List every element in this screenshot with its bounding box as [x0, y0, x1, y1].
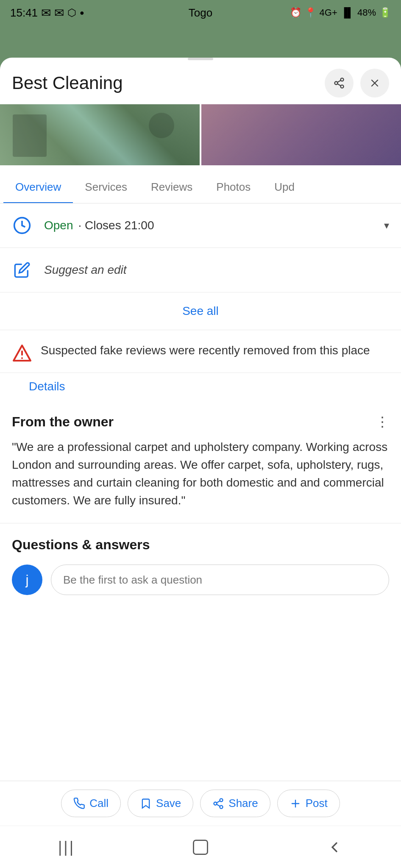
qa-section-title: Questions & answers [12, 537, 389, 553]
save-label: Save [156, 797, 181, 810]
see-all-section: See all [0, 292, 401, 330]
back-icon [326, 839, 343, 856]
open-status: Open [44, 219, 73, 232]
more-options-icon[interactable]: ⋮ [376, 414, 389, 430]
share-icon [333, 77, 345, 89]
recent-apps-button[interactable]: ||| [58, 838, 75, 856]
plus-icon [290, 798, 301, 810]
pencil-icon [14, 262, 31, 278]
sheet-header: Best Cleaning [0, 60, 401, 104]
battery: 48% [357, 7, 376, 18]
owner-section: From the owner ⋮ "We are a professional … [0, 400, 401, 523]
tab-overview[interactable]: Overview [3, 172, 73, 203]
bottom-spacer [0, 609, 401, 693]
nav-bar: ||| [0, 826, 401, 868]
user-initial: j [25, 572, 28, 588]
notification-icon: ⬡ [67, 7, 76, 19]
suggest-edit-label[interactable]: Suggest an edit [44, 263, 127, 277]
share-action-label: Share [228, 797, 258, 810]
svg-point-10 [21, 357, 23, 359]
status-bar: 15:41 ✉ ✉ ⬡ ● Togo ⏰ 📍 4G+ ▐▌ 48% 🔋 [0, 0, 401, 25]
time: 15:41 [10, 6, 38, 19]
map-background [0, 25, 401, 51]
photo-1[interactable] [0, 104, 200, 165]
post-label: Post [306, 797, 328, 810]
hours-row[interactable]: Open · Closes 21:00 ▾ [0, 203, 401, 248]
warning-banner: Suspected fake reviews were recently rem… [0, 330, 401, 373]
share-action-icon [212, 798, 224, 810]
user-avatar: j [12, 565, 42, 595]
location-icon: 📍 [305, 7, 316, 18]
clock-icon-container [12, 215, 32, 236]
tab-photos[interactable]: Photos [204, 172, 262, 203]
see-all-button[interactable]: See all [182, 304, 219, 318]
action-bar: Call Save Share Post [0, 781, 401, 826]
email-icon-2: ✉ [54, 6, 64, 20]
warning-details-link[interactable]: Details [0, 380, 401, 400]
close-button[interactable] [360, 69, 389, 97]
header-actions [325, 69, 389, 97]
photos-strip[interactable] [0, 104, 401, 172]
call-label: Call [89, 797, 109, 810]
bottom-sheet: Best Cleaning [0, 58, 401, 868]
page-title: Best Cleaning [12, 73, 325, 93]
share-action-button[interactable]: Share [200, 790, 270, 817]
home-icon [191, 838, 210, 857]
status-bar-left: 15:41 ✉ ✉ ⬡ ● [10, 6, 84, 20]
back-button[interactable] [326, 839, 343, 856]
edit-icon-container [12, 260, 32, 280]
warning-text-container: Suspected fake reviews were recently rem… [41, 342, 370, 359]
closes-time: · Closes 21:00 [78, 219, 154, 232]
svg-line-4 [337, 81, 341, 83]
tabs-container: Overview Services Reviews Photos Upd [0, 172, 401, 203]
status-bar-right: ⏰ 📍 4G+ ▐▌ 48% 🔋 [290, 7, 391, 18]
owner-description: "We are a professional carpet and uphols… [12, 438, 389, 509]
tab-services[interactable]: Services [73, 172, 139, 203]
close-icon [369, 77, 381, 89]
dot-indicator: ● [80, 8, 84, 17]
svg-rect-18 [194, 840, 208, 854]
call-button[interactable]: Call [61, 790, 121, 817]
svg-line-14 [217, 804, 220, 806]
carrier-name: Togo [189, 6, 212, 19]
ask-question-input[interactable] [51, 565, 389, 595]
battery-icon: 🔋 [379, 7, 391, 18]
warning-icon-container [12, 344, 32, 366]
alarm-icon: ⏰ [290, 7, 301, 18]
save-button[interactable]: Save [128, 790, 193, 817]
qa-input-row: j [12, 565, 389, 595]
svg-line-3 [337, 84, 341, 86]
warning-message: Suspected fake reviews were recently rem… [41, 342, 370, 359]
warning-triangle-icon [12, 344, 32, 364]
hours-content: Open · Closes 21:00 ▾ [44, 219, 389, 232]
svg-line-15 [217, 801, 220, 803]
suggest-edit-row[interactable]: Suggest an edit [0, 248, 401, 292]
chevron-down-icon[interactable]: ▾ [384, 220, 389, 231]
clock-icon [13, 216, 31, 235]
share-button[interactable] [325, 69, 354, 97]
bookmark-icon [140, 798, 152, 810]
email-icon: ✉ [41, 6, 51, 20]
qa-section: Questions & answers j [0, 523, 401, 609]
photo-2[interactable] [201, 104, 401, 165]
signal-bars: ▐▌ [341, 7, 354, 18]
phone-icon [73, 798, 85, 810]
owner-section-title: From the owner [12, 414, 114, 430]
post-button[interactable]: Post [277, 790, 340, 817]
owner-header: From the owner ⋮ [12, 414, 389, 430]
tab-updates[interactable]: Upd [262, 172, 306, 203]
tab-reviews[interactable]: Reviews [139, 172, 204, 203]
network-type: 4G+ [320, 7, 337, 18]
home-button[interactable] [191, 838, 210, 857]
